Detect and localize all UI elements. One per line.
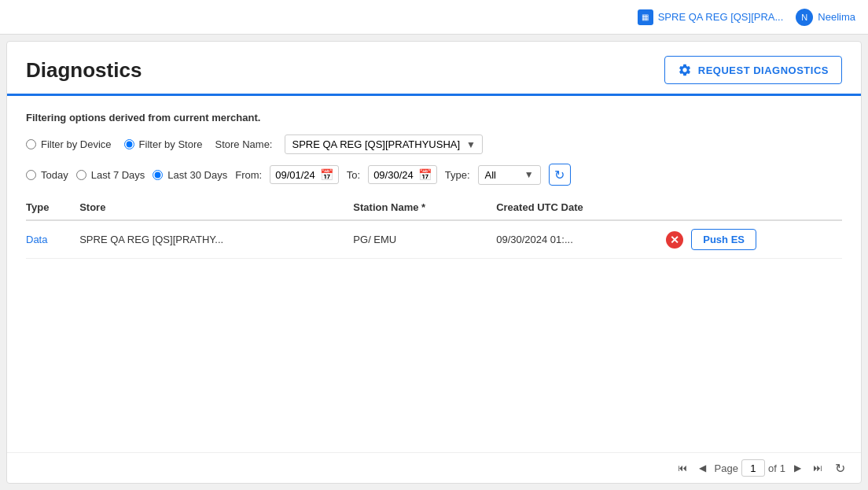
- request-diagnostics-label: REQUEST DIAGNOSTICS: [698, 64, 829, 76]
- store-selector[interactable]: ▦ SPRE QA REG [QS][PRA...: [638, 9, 784, 25]
- filter-device-label: Filter by Device: [41, 138, 112, 150]
- type-label: Type:: [445, 169, 470, 181]
- filter-by-store-radio[interactable]: Filter by Store: [124, 138, 203, 150]
- type-value: All: [485, 169, 496, 181]
- col-header-store: Store: [79, 195, 353, 220]
- col-header-date: Created UTC Date: [496, 195, 666, 220]
- main-content: Diagnostics REQUEST DIAGNOSTICS Filterin…: [6, 41, 862, 484]
- push-es-button[interactable]: Push ES: [691, 229, 756, 250]
- store-name-label: Store Name:: [215, 138, 273, 150]
- cell-station: PG/ EMU: [353, 220, 496, 259]
- cell-actions: ✕ Push ES: [666, 220, 842, 259]
- user-avatar: N: [796, 9, 813, 26]
- last30-radio[interactable]: Last 30 Days: [153, 169, 227, 181]
- footer-refresh-button[interactable]: ↻: [831, 459, 848, 477]
- col-header-type: Type: [26, 195, 79, 220]
- page-header: Diagnostics REQUEST DIAGNOSTICS: [7, 42, 861, 94]
- store-label: SPRE QA REG [QS][PRA...: [658, 11, 784, 23]
- delete-button[interactable]: ✕: [666, 231, 683, 249]
- prev-page-button[interactable]: ◀: [694, 459, 712, 477]
- from-label: From:: [235, 169, 262, 181]
- next-page-button[interactable]: ▶: [789, 459, 806, 477]
- of-label: of: [768, 462, 777, 474]
- cell-store: SPRE QA REG [QS][PRATHY...: [79, 220, 353, 259]
- request-diagnostics-button[interactable]: REQUEST DIAGNOSTICS: [664, 56, 842, 84]
- dropdown-arrow-icon: ▼: [466, 139, 476, 150]
- filter-section: Filtering options derived from current m…: [7, 105, 861, 195]
- diagnostics-table: Type Store Station Name * Created UTC Da…: [26, 195, 842, 259]
- blue-divider: [7, 94, 861, 96]
- user-initial: N: [801, 13, 807, 22]
- filter-row-1: Filter by Device Filter by Store Store N…: [26, 134, 842, 154]
- last7-label: Last 7 Days: [91, 169, 145, 181]
- page-label: Page: [715, 462, 738, 474]
- last7-input[interactable]: [76, 170, 86, 180]
- today-input[interactable]: [26, 170, 36, 180]
- footer-refresh-icon: ↻: [835, 461, 845, 476]
- from-date-input[interactable]: 09/01/24 📅: [270, 165, 339, 184]
- last7-radio[interactable]: Last 7 Days: [76, 169, 145, 181]
- table-header-row: Type Store Station Name * Created UTC Da…: [26, 195, 842, 220]
- row-actions: ✕ Push ES: [666, 229, 836, 250]
- top-bar: ▦ SPRE QA REG [QS][PRA... N Neelima: [0, 0, 868, 35]
- user-menu[interactable]: N Neelima: [796, 9, 855, 26]
- filter-device-input[interactable]: [26, 139, 36, 149]
- last-page-button[interactable]: ⏭: [809, 459, 826, 477]
- user-name: Neelima: [818, 11, 855, 23]
- table-section: Type Store Station Name * Created UTC Da…: [7, 195, 861, 452]
- to-date-value: 09/30/24: [373, 169, 414, 181]
- last30-label: Last 30 Days: [167, 169, 227, 181]
- page-total: 1: [780, 462, 785, 474]
- refresh-icon: ↻: [554, 168, 565, 182]
- filter-store-input[interactable]: [124, 139, 134, 149]
- to-label: To:: [347, 169, 360, 181]
- refresh-button[interactable]: ↻: [549, 164, 571, 186]
- footer: ⏮ ◀ Page of 1 ▶ ⏭ ↻: [7, 452, 861, 483]
- cell-type: Data: [26, 220, 79, 259]
- gear-icon: [678, 63, 692, 77]
- store-name-value: SPRE QA REG [QS][PRATHYUSHA]: [292, 138, 460, 150]
- first-page-button[interactable]: ⏮: [674, 459, 691, 477]
- date-row: Today Last 7 Days Last 30 Days From: 09/…: [26, 164, 842, 186]
- type-dropdown-arrow-icon: ▼: [524, 169, 534, 180]
- store-icon: ▦: [638, 9, 653, 25]
- from-date-value: 09/01/24: [275, 169, 315, 181]
- col-header-station: Station Name *: [353, 195, 496, 220]
- type-dropdown[interactable]: All ▼: [478, 165, 541, 185]
- from-calendar-icon[interactable]: 📅: [320, 168, 333, 181]
- filter-by-device-radio[interactable]: Filter by Device: [26, 138, 112, 150]
- type-link[interactable]: Data: [26, 234, 47, 245]
- cell-date: 09/30/2024 01:...: [496, 220, 666, 259]
- to-calendar-icon[interactable]: 📅: [418, 168, 432, 181]
- filter-store-label: Filter by Store: [139, 138, 203, 150]
- last30-input[interactable]: [153, 170, 163, 180]
- filter-note: Filtering options derived from current m…: [26, 112, 842, 123]
- table-row: Data SPRE QA REG [QS][PRATHY... PG/ EMU …: [26, 220, 842, 259]
- col-header-actions: [666, 195, 842, 220]
- to-date-input[interactable]: 09/30/24 📅: [368, 165, 437, 184]
- page-number-input[interactable]: [741, 459, 765, 477]
- page-title: Diagnostics: [26, 58, 142, 83]
- store-name-dropdown[interactable]: SPRE QA REG [QS][PRATHYUSHA] ▼: [285, 134, 482, 154]
- today-radio[interactable]: Today: [26, 169, 68, 181]
- today-label: Today: [41, 169, 68, 181]
- pagination: ⏮ ◀ Page of 1 ▶ ⏭: [674, 459, 826, 477]
